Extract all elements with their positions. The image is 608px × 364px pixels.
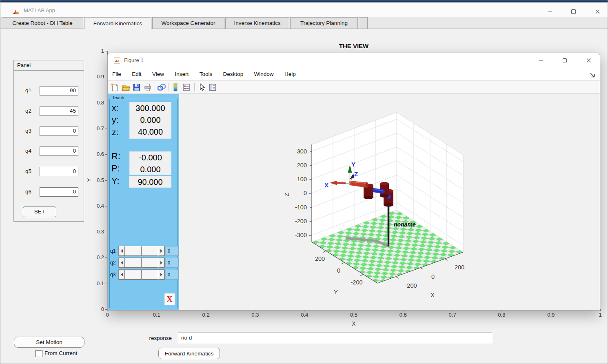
figure-minimize-button[interactable] <box>534 53 548 68</box>
q3-slider-left-arrow[interactable] <box>119 270 125 280</box>
arrow-right-icon <box>160 261 162 264</box>
tab-trajectory-planning[interactable]: Trajectory Planning <box>290 17 358 29</box>
q1-input[interactable]: 90 <box>40 86 78 95</box>
teach-roll-label: R: <box>111 151 129 162</box>
q2-slider-row: q2 0 <box>108 257 179 269</box>
q5-row: q5 0 <box>14 167 84 177</box>
toolbar-separator <box>155 83 155 91</box>
q4-label: q4 <box>25 148 31 154</box>
figure-maximize-button[interactable] <box>558 53 572 68</box>
outer-y-tick-label: 1 <box>84 48 104 54</box>
matlab-logo-icon <box>13 8 20 15</box>
menu-window[interactable]: Window <box>250 68 278 80</box>
outer-axes-title: THE VIEW <box>107 42 600 49</box>
q5-input[interactable]: 0 <box>40 167 78 176</box>
teach-panel: Teach x: y: z: 300.000 0.000 40.000 R: P… <box>108 94 179 310</box>
q3-slider-value[interactable]: 0 <box>166 270 179 280</box>
q2-slider-left-arrow[interactable] <box>119 258 125 268</box>
new-figure-icon[interactable] <box>110 83 119 92</box>
svg-text:200: 200 <box>297 162 307 169</box>
insert-colorbar-icon[interactable] <box>171 83 180 92</box>
q1-slider-value[interactable]: 0 <box>166 246 179 256</box>
response-field[interactable]: no d <box>178 333 492 343</box>
q2-slider-track[interactable] <box>142 258 158 268</box>
svg-text:-300: -300 <box>295 232 307 238</box>
teach-roll-value: -0.000 <box>130 152 171 164</box>
print-figure-icon[interactable] <box>143 83 152 92</box>
q6-label: q6 <box>25 189 31 195</box>
figure-close-button[interactable] <box>582 53 596 68</box>
svg-text:0: 0 <box>431 273 435 280</box>
robot-3d-plot[interactable]: 300 200 100 0 -100 -200 -300 200 0 -200 … <box>179 94 600 310</box>
set-button[interactable]: SET <box>23 206 56 217</box>
q4-input[interactable]: 0 <box>40 146 78 156</box>
q1-slider-track[interactable] <box>142 246 158 256</box>
q3-slider[interactable] <box>118 269 165 280</box>
outer-y-tick-label: 0.7 <box>84 125 104 131</box>
outer-y-tick-label: 0.2 <box>84 254 104 260</box>
svg-text:200: 200 <box>315 255 325 262</box>
app-maximize-button[interactable] <box>566 4 580 18</box>
teach-yaw-value: 90.000 <box>129 176 171 188</box>
q1-slider-right-arrow[interactable] <box>158 246 164 256</box>
arrow-right-icon <box>160 273 162 276</box>
q2-label: q2 <box>25 108 31 114</box>
q2-slider[interactable] <box>118 257 165 268</box>
set-motion-button[interactable]: Set Motion <box>14 337 84 348</box>
figure-content: Teach x: y: z: 300.000 0.000 40.000 R: P… <box>108 94 600 310</box>
q1-slider[interactable] <box>118 246 165 256</box>
q2-slider-right-arrow[interactable] <box>158 258 164 268</box>
tab-inverse-kinematics[interactable]: Inverse Kinematics <box>225 17 289 29</box>
app-minimize-button[interactable] <box>543 4 557 18</box>
q3-row: q3 0 <box>14 127 84 136</box>
menu-file[interactable]: File <box>108 68 126 80</box>
joint-panel: Panel q1 90 q2 45 q3 0 q4 0 q5 0 q6 0 SE… <box>13 60 84 222</box>
matlab-logo-icon <box>114 57 120 64</box>
frame-y-label: Y <box>351 161 355 168</box>
outer-y-tick-label: 0.9 <box>84 73 104 80</box>
app-close-button[interactable] <box>590 4 604 18</box>
q2-slider-value[interactable]: 0 <box>166 258 179 268</box>
menu-insert[interactable]: Insert <box>170 68 193 80</box>
figure-menubar: File Edit View Insert Tools Desktop Wind… <box>108 68 600 81</box>
link-plot-icon[interactable] <box>157 83 166 92</box>
menu-desktop[interactable]: Desktop <box>219 68 248 80</box>
figure-titlebar: Figure 1 <box>108 53 600 68</box>
teach-yaw-label: Y: <box>111 176 129 186</box>
property-inspector-icon[interactable] <box>208 83 217 92</box>
q1-slider-track[interactable] <box>125 246 142 256</box>
edit-plot-icon[interactable] <box>197 83 206 92</box>
q2-input[interactable]: 45 <box>40 107 78 116</box>
menu-edit[interactable]: Edit <box>127 68 146 80</box>
menu-view[interactable]: View <box>148 68 169 80</box>
tab-filler <box>359 17 368 29</box>
svg-text:200: 200 <box>455 264 464 271</box>
q1-row: q1 90 <box>14 86 84 96</box>
teach-close-button[interactable]: X <box>164 293 175 305</box>
q3-slider-right-arrow[interactable] <box>158 270 164 280</box>
q3-slider-track[interactable] <box>125 270 142 280</box>
teach-x-value: 300.000 <box>130 102 171 114</box>
outer-x-tick-label: 0.5 <box>350 312 357 318</box>
forward-kinematics-button[interactable]: Forward Kinematics <box>158 348 220 359</box>
q1-slider-left-arrow[interactable] <box>119 246 125 256</box>
outer-x-tick-mark <box>600 309 601 311</box>
q3-input[interactable]: 0 <box>40 127 78 136</box>
frame-x-label: X <box>324 182 328 189</box>
q6-input[interactable]: 0 <box>40 187 78 197</box>
q3-slider-track[interactable] <box>142 270 158 280</box>
tab-forward-kinematics[interactable]: Forward Kinematics <box>84 17 151 29</box>
dock-figure-icon[interactable] <box>589 71 597 79</box>
teach-xyz-display: 300.000 0.000 40.000 <box>129 102 171 139</box>
frame-z-label: Z <box>354 171 358 178</box>
svg-text:-200: -200 <box>405 282 417 289</box>
tab-create-robot[interactable]: Create Robot - DH Table <box>2 17 83 29</box>
from-current-checkbox[interactable] <box>36 350 42 357</box>
menu-tools[interactable]: Tools <box>195 68 217 80</box>
q2-slider-track[interactable] <box>125 258 142 268</box>
insert-legend-icon[interactable] <box>182 83 191 92</box>
tab-workspace-generator[interactable]: Workspace Generator <box>152 17 224 29</box>
save-figure-icon[interactable] <box>132 83 141 92</box>
open-file-icon[interactable] <box>121 83 130 92</box>
menu-help[interactable]: Help <box>280 68 300 80</box>
